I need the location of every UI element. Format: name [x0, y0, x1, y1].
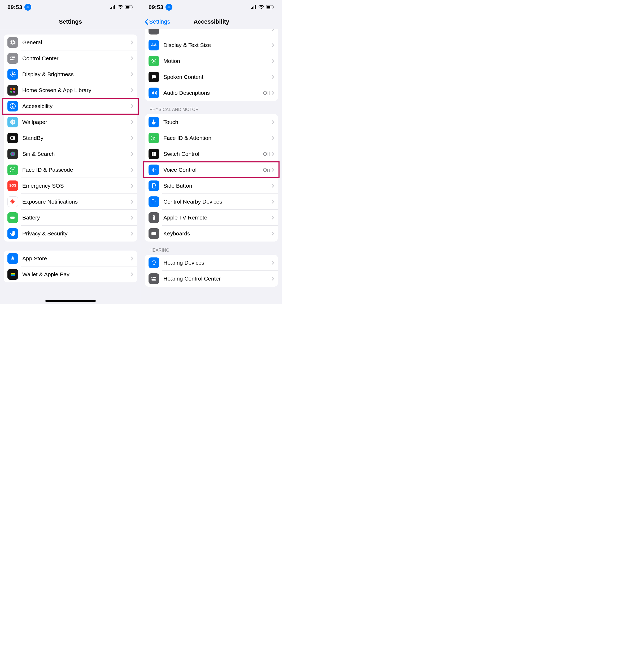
- svg-rect-21: [13, 88, 15, 90]
- row-privacy[interactable]: Privacy & Security: [4, 226, 137, 242]
- svg-rect-56: [252, 7, 253, 9]
- row-spoken[interactable]: Spoken Content: [145, 69, 278, 85]
- chevron-right-icon: [272, 231, 274, 236]
- row-audio-desc[interactable]: Audio DescriptionsOff: [145, 85, 278, 101]
- row-motion[interactable]: Motion: [145, 53, 278, 69]
- svg-rect-53: [10, 274, 15, 275]
- voice-control-indicator-icon: [166, 4, 172, 10]
- svg-rect-57: [254, 6, 254, 9]
- row-exposure[interactable]: Exposure Notifications: [4, 194, 137, 210]
- row-wallet[interactable]: Wallet & Apple Pay: [4, 267, 137, 282]
- row-voice-control[interactable]: Voice ControlOn: [145, 162, 278, 178]
- chevron-right-icon: [272, 29, 274, 31]
- row-cutoff[interactable]: [145, 29, 278, 37]
- page-title: Settings: [59, 18, 82, 25]
- gear-icon: [7, 37, 18, 48]
- switches-icon: [7, 53, 18, 64]
- svg-rect-52: [10, 273, 15, 274]
- accessibility-content[interactable]: AADisplay & Text SizeMotionSpoken Conten…: [141, 29, 281, 304]
- row-label: Voice Control: [164, 167, 263, 173]
- row-display-text[interactable]: AADisplay & Text Size: [145, 37, 278, 53]
- svg-point-31: [10, 120, 12, 121]
- faceid-icon: [7, 165, 18, 175]
- chevron-right-icon: [272, 168, 274, 172]
- row-hearing-devices[interactable]: Hearing Devices: [145, 255, 278, 271]
- status-right: [251, 5, 274, 9]
- settings-screen: 09:53 Settings GeneralControl CenterDisp…: [0, 0, 141, 304]
- row-keyboards[interactable]: Keyboards: [145, 226, 278, 242]
- svg-point-32: [13, 120, 15, 121]
- svg-line-19: [11, 76, 11, 76]
- row-touch[interactable]: Touch: [145, 114, 278, 130]
- svg-rect-77: [151, 232, 156, 235]
- row-label: Privacy & Security: [22, 230, 131, 237]
- row-appstore[interactable]: App Store: [4, 251, 137, 267]
- svg-text:SOS: SOS: [9, 184, 16, 187]
- svg-point-9: [11, 57, 12, 58]
- chevron-right-icon: [272, 91, 274, 95]
- svg-point-76: [154, 216, 154, 217]
- svg-rect-69: [154, 152, 156, 154]
- row-siri[interactable]: Siri & Search: [4, 146, 137, 162]
- svg-rect-60: [267, 6, 270, 8]
- row-label: Siri & Search: [22, 151, 131, 157]
- row-wallpaper[interactable]: Wallpaper: [4, 114, 137, 130]
- row-nearby[interactable]: Control Nearby Devices: [145, 194, 278, 210]
- back-button[interactable]: Settings: [144, 18, 170, 25]
- sun-icon: [7, 69, 18, 80]
- svg-line-46: [11, 200, 12, 201]
- row-control-center[interactable]: Control Center: [4, 50, 137, 66]
- keyboard-icon: [149, 228, 159, 239]
- row-general[interactable]: General: [4, 34, 137, 50]
- chevron-right-icon: [272, 152, 274, 156]
- row-label: Hearing Control Center: [164, 276, 272, 282]
- chevron-right-icon: [131, 136, 134, 140]
- zoom-icon: [149, 29, 159, 34]
- svg-point-87: [155, 279, 156, 281]
- row-label: Display & Brightness: [22, 71, 131, 78]
- row-sos[interactable]: SOSEmergency SOS: [4, 178, 137, 194]
- svg-rect-20: [10, 88, 12, 90]
- row-home-screen[interactable]: Home Screen & App Library: [4, 82, 137, 98]
- svg-point-38: [12, 169, 12, 170]
- svg-text:AA: AA: [151, 43, 157, 47]
- row-label: Wallpaper: [22, 119, 131, 125]
- row-display[interactable]: Display & Brightness: [4, 66, 137, 82]
- svg-line-48: [13, 200, 14, 201]
- row-side-button[interactable]: Side Button: [145, 178, 278, 194]
- cellular-icon: [251, 5, 257, 9]
- row-standby[interactable]: StandBy: [4, 130, 137, 146]
- battery-icon: [266, 5, 274, 9]
- row-accessibility[interactable]: Accessibility: [4, 98, 137, 114]
- row-label: Accessibility: [22, 103, 131, 109]
- row-switch-control[interactable]: Switch ControlOff: [145, 146, 278, 162]
- chevron-right-icon: [131, 200, 134, 204]
- row-label: Spoken Content: [164, 74, 272, 80]
- wifi-icon: [258, 5, 264, 9]
- svg-rect-74: [152, 199, 154, 203]
- svg-rect-22: [10, 91, 12, 93]
- audio-desc-icon: [149, 88, 159, 98]
- row-face-attention[interactable]: Face ID & Attention: [145, 130, 278, 146]
- nav-bar: Settings Accessibility: [141, 14, 281, 29]
- status-bar: 09:53: [141, 0, 281, 14]
- settings-content[interactable]: GeneralControl CenterDisplay & Brightnes…: [0, 29, 141, 304]
- row-faceid[interactable]: Face ID & Passcode: [4, 162, 137, 178]
- row-battery[interactable]: Battery: [4, 210, 137, 226]
- chevron-right-icon: [272, 261, 274, 265]
- row-label: Apple TV Remote: [164, 215, 272, 221]
- voice-wave-icon: [149, 165, 159, 175]
- chevron-right-icon: [131, 120, 134, 124]
- faceid-icon: [149, 133, 159, 143]
- back-label: Settings: [149, 18, 170, 25]
- row-label: Keyboards: [164, 230, 272, 237]
- row-label: Face ID & Attention: [164, 135, 272, 141]
- hearing-group: Hearing DevicesHearing Control Center: [145, 255, 278, 287]
- svg-rect-68: [152, 152, 154, 154]
- home-indicator[interactable]: [46, 300, 96, 302]
- row-tv-remote[interactable]: Apple TV Remote: [145, 210, 278, 226]
- nearby-icon: [149, 196, 159, 207]
- row-hearing-cc[interactable]: Hearing Control Center: [145, 271, 278, 287]
- wifi-icon: [118, 5, 123, 9]
- svg-rect-50: [10, 217, 14, 219]
